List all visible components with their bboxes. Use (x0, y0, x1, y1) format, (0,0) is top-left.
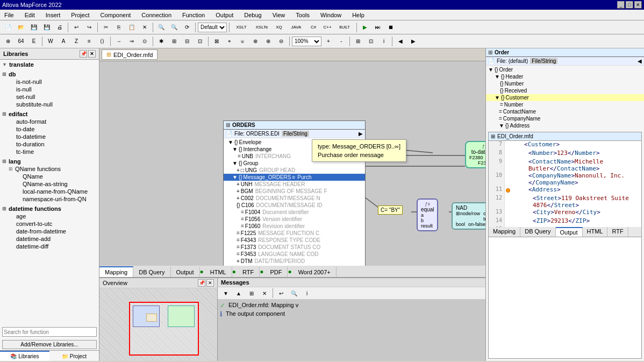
menu-output[interactable]: Output (213, 11, 235, 19)
step-btn[interactable]: ⏭ (372, 22, 384, 33)
order-node-address[interactable]: ▼ {} Address (486, 122, 644, 129)
zoom-in[interactable]: + (323, 36, 334, 47)
tb2-5[interactable]: A (58, 36, 69, 47)
cut-btn[interactable]: ✂ (100, 22, 112, 33)
edi-tab-rtf[interactable]: RTF (607, 227, 628, 237)
tb2-8[interactable]: ⟨⟩ (96, 36, 108, 47)
msg-btn7[interactable]: i (301, 288, 313, 299)
lib-item-is-not-null[interactable]: is-not-null (8, 78, 98, 86)
lib-section-header-db[interactable]: ⊞ db (1, 70, 98, 78)
lib-section-header-translate[interactable]: ▼ translate (1, 61, 98, 68)
const-node[interactable]: C= "BY" (378, 205, 403, 215)
tb2-11[interactable]: ⊙ (139, 36, 151, 47)
tab-pdf[interactable]: PDF (264, 266, 288, 277)
tab-word[interactable]: Word 2007+ (293, 266, 337, 277)
menu-function[interactable]: Function (180, 11, 207, 19)
redo-btn[interactable]: ↪ (83, 22, 95, 33)
tb2-14[interactable]: ⊟ (181, 36, 193, 47)
lib-search-input[interactable] (2, 327, 97, 337)
panel-close-btn[interactable]: ✕ (88, 50, 96, 58)
menu-help[interactable]: Help (350, 11, 367, 19)
lib-item-age[interactable]: age (8, 212, 98, 220)
tb2-24[interactable]: i (378, 36, 390, 47)
edi-tab-dbquery[interactable]: DB Query (520, 227, 555, 237)
order-node-contact[interactable]: = ContactName (486, 108, 644, 115)
canvas-tab-edi[interactable]: ⊞ EDI_Order.mfd (102, 49, 158, 60)
tb2-23[interactable]: ⊡ (365, 36, 377, 47)
msg-btn3[interactable]: ⊞ (246, 288, 257, 299)
lib-item-to-datetime[interactable]: to-datetime (8, 133, 98, 140)
lib-item-to-duration[interactable]: to-duration (8, 140, 98, 148)
new-btn[interactable]: 📄 (2, 22, 14, 33)
overview-content[interactable] (99, 288, 217, 361)
tb2-19[interactable]: ⊗ (249, 36, 261, 47)
menu-view[interactable]: View (270, 11, 288, 19)
func-equal[interactable]: ƒx equal a b result (417, 198, 438, 231)
find2-btn[interactable]: 🔍 (168, 22, 180, 33)
menu-debug[interactable]: Debug (242, 11, 263, 19)
lib-item-to-date[interactable]: to-date (8, 125, 98, 133)
overview-pin[interactable]: 📌 (198, 279, 205, 287)
msg-btn6[interactable]: 🔍 (288, 288, 300, 299)
tab-mapping[interactable]: Mapping (99, 266, 133, 277)
tb2-12[interactable]: ✱ (155, 36, 167, 47)
built-btn[interactable]: BUILT (335, 22, 354, 33)
run-btn[interactable]: ▶ (359, 22, 371, 33)
tab-project[interactable]: 📁 Project (49, 351, 99, 361)
node-bgm[interactable]: + BGM BEGINNING OF MESSAGE F (224, 188, 365, 195)
lib-item-local-name[interactable]: local-name-from-QName (14, 188, 98, 195)
tab-output[interactable]: Output (171, 266, 200, 277)
java-btn[interactable]: JAVA (287, 22, 306, 33)
xq-btn[interactable]: XQ (273, 22, 285, 33)
tb2-22[interactable]: ⊞ (352, 36, 364, 47)
node-dtm[interactable]: + DTM DATE/TIME/PERIOD (224, 258, 365, 265)
minimize-btn[interactable]: _ (617, 1, 625, 9)
msg-btn5[interactable]: ↩ (275, 288, 287, 299)
delete-btn[interactable]: ✕ (139, 22, 151, 33)
lib-item-convert-utc[interactable]: convert-to-utc (8, 220, 98, 228)
node-f1060[interactable]: = F1060 Revision identifier (224, 223, 365, 230)
tb2-4[interactable]: W (45, 36, 56, 47)
tb2-15[interactable]: ⊡ (194, 36, 206, 47)
lib-item-tc-time[interactable]: tc-time (8, 148, 98, 155)
stop-btn[interactable]: ⏹ (385, 22, 397, 33)
save-btn[interactable]: 💾 (28, 22, 40, 33)
copy-btn[interactable]: ⎘ (113, 22, 125, 33)
lib-item-datetime-diff[interactable]: datetime-diff (8, 243, 98, 250)
edi-tab-output[interactable]: Output (556, 227, 583, 237)
print-btn[interactable]: 🖨 (54, 22, 66, 33)
refresh-btn[interactable]: ⟳ (181, 22, 193, 33)
tb2-17[interactable]: ⌖ (224, 36, 235, 47)
open-btn[interactable]: 📂 (15, 22, 27, 33)
default-select[interactable]: Default (198, 23, 227, 32)
menu-window[interactable]: Window (318, 11, 344, 19)
restore-btn[interactable]: □ (626, 1, 633, 9)
order-node-header[interactable]: ▼ {} Header (486, 73, 644, 80)
menu-insert[interactable]: Insert (44, 11, 63, 19)
node-message-orders[interactable]: ▼ {} Message_ORDERS ≡ Purch (224, 174, 365, 181)
lib-item-is-null[interactable]: is-null (8, 86, 98, 93)
node-f1373[interactable]: = F1373 DOCUMENT STATUS CO (224, 244, 365, 251)
tb2-13[interactable]: ⊞ (168, 36, 180, 47)
node-c002[interactable]: + C002 DOCUMENT/MESSAGE N (224, 195, 365, 202)
menu-tools[interactable]: Tools (294, 11, 312, 19)
edi-tab-html[interactable]: HTML (583, 227, 608, 237)
menu-edit[interactable]: Edit (23, 11, 37, 19)
menu-file[interactable]: File (2, 11, 16, 19)
node-f1056[interactable]: = F1056 Version identifier (224, 216, 365, 223)
menu-component[interactable]: Component (98, 11, 133, 19)
tab-db-query[interactable]: DB Query (133, 266, 170, 277)
tb2-6[interactable]: Z (70, 36, 82, 47)
tb2-20[interactable]: ⊕ (262, 36, 274, 47)
node-ung[interactable]: + □ UNG GROUP HEAD (224, 167, 365, 174)
xslt-btn[interactable]: XSLT (232, 22, 251, 33)
lib-item-set-null[interactable]: set-null (8, 93, 98, 101)
panel-pin-btn[interactable]: 📌 (80, 50, 87, 58)
lib-item-qname[interactable]: QName (14, 173, 98, 180)
lib-section-header-edifact[interactable]: ⊞ edifact (1, 110, 98, 118)
tb2-21[interactable]: ⊖ (275, 36, 287, 47)
tb2-25[interactable]: ◀ (395, 36, 406, 47)
node-c507[interactable]: = C507 DATE/TIME/PERIOD (224, 265, 365, 266)
lib-item-qname-as-string[interactable]: QName-as-string (14, 180, 98, 188)
tb2-1[interactable]: ⊕ (2, 36, 14, 47)
